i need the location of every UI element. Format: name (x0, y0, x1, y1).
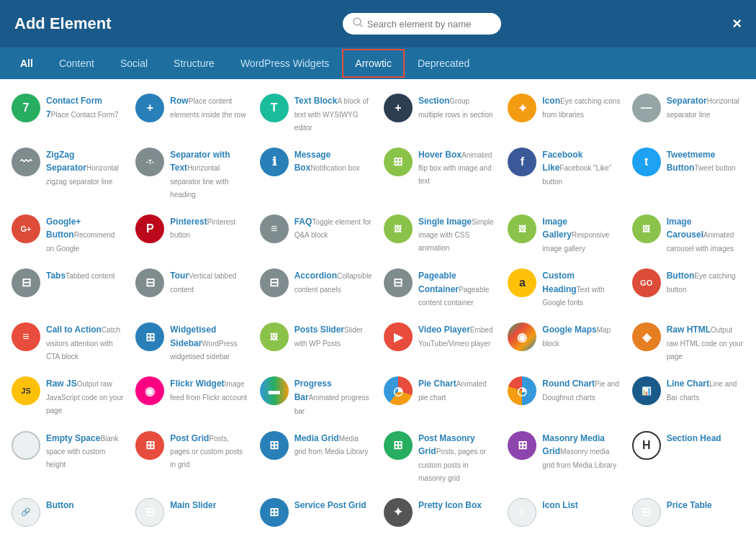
element-icon: ◈ (632, 322, 661, 351)
element-item[interactable]: ◈Raw HTMLOutput raw HTML code on your pa… (626, 315, 750, 369)
element-item[interactable]: ⊟TourVertical tabbed content (130, 261, 253, 315)
element-item[interactable]: ✦Pretty Icon Box (378, 491, 502, 534)
element-item[interactable]: tTweetmeme ButtonTweet button (626, 140, 750, 207)
element-item[interactable]: ≡FAQToggle element for Q&A block (254, 207, 378, 261)
element-item[interactable]: ◔Pie ChartAnimated pie chart (378, 369, 502, 423)
element-name: Accordion (294, 271, 337, 281)
element-item[interactable]: PPinterestPinterest button (130, 207, 253, 261)
element-icon: 7 (12, 94, 40, 122)
tab-wordpress-widgets[interactable]: WordPress Widgets (228, 47, 342, 79)
element-icon: P (135, 214, 164, 243)
element-name: Single Image (418, 217, 472, 227)
element-item[interactable]: -T-Separator with TextHorizontal separat… (130, 140, 253, 207)
close-button[interactable]: × (732, 14, 742, 33)
element-item[interactable]: GOButtonEye catching button (626, 261, 750, 315)
element-name: Button (667, 271, 695, 281)
element-item[interactable]: ↺Skill (502, 534, 626, 539)
element-item[interactable]: ⊟Price Table (626, 491, 750, 534)
svg-line-1 (360, 24, 362, 27)
tab-structure[interactable]: Structure (161, 47, 228, 79)
element-icon: -T- (135, 148, 164, 176)
element-item[interactable]: ℹMessage BoxNotification box (254, 140, 378, 207)
element-item[interactable]: HSection Head (626, 424, 750, 491)
element-item[interactable]: 👤Single Team (626, 534, 750, 539)
element-item[interactable]: ⊞Media GridMedia grid from Media Library (254, 424, 378, 491)
element-item[interactable]: —SeparatorHorizontal separator line (626, 86, 750, 140)
element-name: Google Maps (542, 325, 596, 335)
element-name: Section Head (667, 433, 721, 443)
element-name: Button (46, 500, 74, 510)
element-item[interactable]: ▬Progress BarAnimated progress bar (254, 369, 378, 423)
element-item[interactable]: ≡Funfact List (6, 534, 130, 539)
element-icon: ≡ (260, 214, 289, 243)
tab-all[interactable]: All (7, 47, 46, 79)
element-item[interactable]: ◉Google MapsMap block (502, 315, 626, 369)
element-icon: ⊟ (384, 268, 413, 297)
element-icon: ⊞ (135, 322, 164, 351)
element-item[interactable]: 🖼Image GalleryResponsive image gallery (502, 207, 626, 261)
element-icon: + (135, 94, 164, 122)
element-item[interactable]: ≡Icon List (502, 491, 626, 534)
element-name: Pretty Icon Box (418, 500, 482, 510)
element-item[interactable]: 🔗Button (6, 491, 130, 534)
element-item[interactable]: G+Google+ ButtonRecommend on Google (6, 207, 130, 261)
tab-arrowtic[interactable]: Arrowtic (342, 49, 405, 78)
element-item[interactable]: fFacebook LikeFacebook "Like" button (502, 140, 626, 207)
element-name: Raw JS (46, 379, 77, 389)
element-item[interactable]: ⊞Post GridPosts, pages or custom posts i… (130, 424, 253, 491)
element-name: Section (418, 96, 449, 106)
element-name: Pie Chart (418, 379, 456, 389)
element-icon: ◉ (508, 322, 536, 351)
element-item[interactable]: ≡Client Logo Slider (254, 534, 378, 539)
element-icon: ⊞ (384, 431, 413, 460)
tabs-bar: All Content Social Structure WordPress W… (0, 47, 756, 79)
element-icon: ⊟ (135, 268, 164, 297)
element-item[interactable]: ⊟Testimonial (130, 534, 253, 539)
element-name: Hover Box (418, 150, 462, 160)
element-item[interactable]: ⊟Pageable ContainerPageable content cont… (378, 261, 502, 315)
element-icon: JS (12, 376, 40, 405)
element-item[interactable]: ✦IconEye catching icons from libraries (502, 86, 626, 140)
element-item[interactable]: ⊟TabsTabbed content (6, 261, 130, 315)
tab-content[interactable]: Content (46, 47, 107, 79)
element-item[interactable]: 🖼Single ImageSimple image with CSS anima… (378, 207, 502, 261)
element-item[interactable]: ≡Call to ActionCatch visitors attention … (6, 315, 130, 369)
element-item[interactable]: 〰ZigZag SeparatorHorizontal zigzag separ… (6, 140, 130, 207)
element-item[interactable]: 🖼Image CarouselAnimated carousel with im… (626, 207, 750, 261)
element-item[interactable]: ⊟AccordionCollapsible content panels (254, 261, 378, 315)
element-item[interactable]: 7Contact Form 7Place Contact Form7 (6, 86, 130, 140)
element-item[interactable]: Empty SpaceBlank space with custom heigh… (6, 424, 130, 491)
element-item[interactable]: +RowPlace content elements inside the ro… (130, 86, 253, 140)
element-item[interactable]: ◉Flickr WidgetImage feed from Flickr acc… (130, 369, 253, 423)
element-item[interactable]: JSRaw JSOutput raw JavaScript code on yo… (6, 369, 130, 423)
element-item[interactable]: TText BlockA block of text with WYSIWYG … (254, 86, 378, 140)
element-item[interactable]: +SectionGroup multiple rows in section (378, 86, 502, 140)
element-desc: Tabbed content (66, 272, 114, 280)
element-icon: GO (632, 268, 661, 297)
element-item[interactable]: 📊Line ChartLine and Bar charts (626, 369, 750, 423)
element-item[interactable]: ⊞Widgetised SidebarWordPress widgetised … (130, 315, 253, 369)
element-name: Icon List (542, 500, 577, 510)
element-name: Raw HTML (667, 325, 711, 335)
element-desc: Tweet button (694, 164, 735, 172)
element-item[interactable]: ◔Round ChartPie and Doughnut charts (502, 369, 626, 423)
element-name: Post Grid (170, 433, 209, 443)
element-item[interactable]: ▶Video PlayerEmbed YouTube/Vimeo player (378, 315, 502, 369)
tab-deprecated[interactable]: Deprecated (405, 47, 482, 79)
element-name: Icon (542, 96, 560, 106)
element-item[interactable]: aCustom HeadingText with Google fonts (502, 261, 626, 315)
element-item[interactable]: ⊞Post Masonry GridPosts, pages or custom… (378, 424, 502, 491)
element-item[interactable]: 🖼Posts SliderSlider with WP Posts (254, 315, 378, 369)
element-icon: T (260, 94, 289, 122)
element-item[interactable]: ⊞Service Post Grid (254, 491, 378, 534)
element-name: FAQ (294, 217, 312, 227)
search-input[interactable] (367, 19, 491, 30)
element-icon: a (508, 268, 536, 297)
element-icon: H (632, 431, 661, 460)
element-item[interactable]: ⊞Hover BoxAnimated flip box with image a… (378, 140, 502, 207)
element-item[interactable]: ⊟Main Slider (130, 491, 253, 534)
element-item[interactable]: ≡Screenshoot Slider (378, 534, 502, 539)
element-item[interactable]: ⊞Masonry Media GridMasonry media grid fr… (502, 424, 626, 491)
element-icon (12, 431, 40, 460)
tab-social[interactable]: Social (107, 47, 161, 79)
